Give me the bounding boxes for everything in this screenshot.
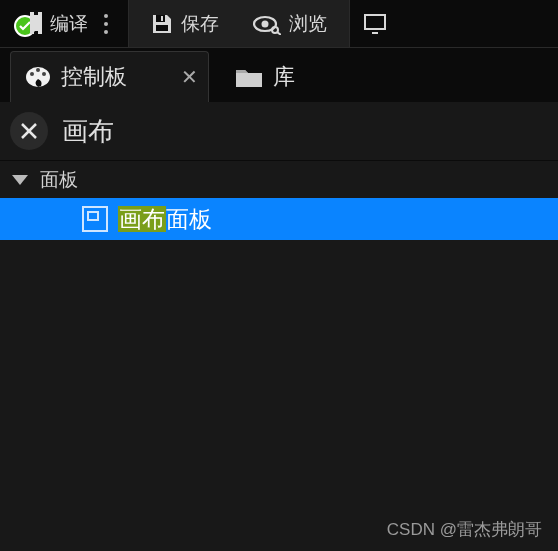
save-button[interactable]: 保存 [151, 11, 219, 37]
compile-icon [14, 11, 42, 37]
compile-menu-button[interactable] [98, 14, 114, 34]
monitor-icon[interactable] [364, 14, 386, 34]
close-icon [20, 122, 38, 140]
tab-library-label: 库 [273, 62, 295, 92]
compile-button[interactable]: 编译 [14, 11, 88, 37]
tree-item-label: 画布面板 [118, 204, 212, 235]
compile-section: 编译 [0, 0, 129, 47]
svg-rect-7 [365, 15, 385, 29]
svg-line-6 [277, 32, 281, 35]
panel-tabs: 控制板 ✕ 库 [0, 48, 558, 102]
watermark: CSDN @雷杰弗朗哥 [387, 518, 542, 541]
svg-point-4 [262, 20, 269, 27]
svg-rect-2 [156, 25, 168, 31]
tab-control-panel[interactable]: 控制板 ✕ [10, 51, 209, 102]
save-browse-section: 保存 浏览 [129, 0, 350, 47]
svg-point-10 [30, 72, 34, 76]
svg-rect-0 [156, 15, 165, 22]
search-input[interactable] [62, 108, 558, 154]
tab-control-panel-label: 控制板 [61, 62, 127, 92]
search-row [0, 102, 558, 160]
palette-icon [25, 65, 51, 89]
svg-point-12 [42, 72, 46, 76]
section-label: 面板 [40, 167, 78, 193]
tree-item-canvas-panel[interactable]: 画布面板 [0, 198, 558, 240]
compile-label: 编译 [50, 11, 88, 37]
collapse-icon[interactable] [12, 175, 28, 185]
content-area [0, 240, 558, 551]
save-label: 保存 [181, 11, 219, 37]
browse-icon [253, 13, 281, 35]
save-icon [151, 13, 173, 35]
tab-library[interactable]: 库 [221, 52, 309, 102]
folder-icon [235, 66, 263, 88]
browse-label: 浏览 [289, 11, 327, 37]
browse-button[interactable]: 浏览 [253, 11, 327, 37]
clear-search-button[interactable] [10, 112, 48, 150]
panel-widget-icon [82, 206, 108, 232]
svg-point-11 [36, 68, 40, 72]
main-toolbar: 编译 保存 浏览 [0, 0, 558, 48]
svg-rect-1 [161, 16, 163, 21]
panel-section-header[interactable]: 面板 [0, 160, 558, 198]
extra-section [350, 0, 400, 47]
tab-close-button[interactable]: ✕ [181, 67, 198, 87]
